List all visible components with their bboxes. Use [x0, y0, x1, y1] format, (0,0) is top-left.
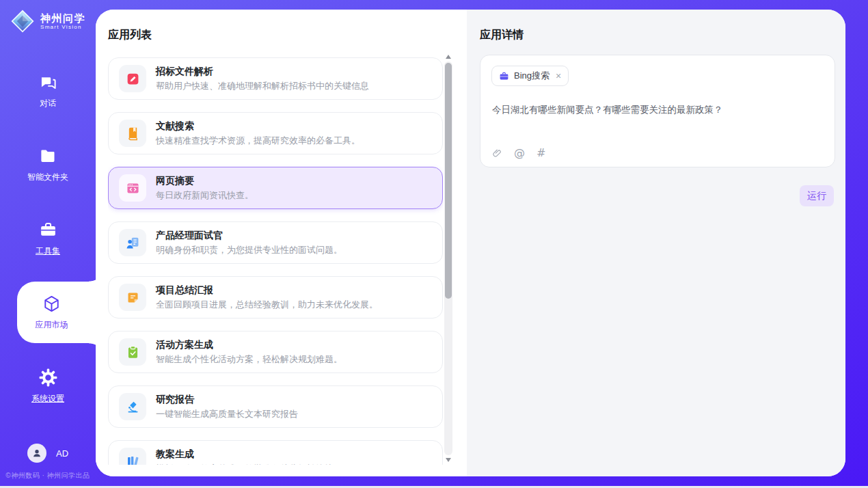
app-card-pm-interviewer[interactable]: 产品经理面试官 明确身份和职责，为您提供专业性的面试问题。 — [108, 221, 443, 264]
app-card-lesson-plan[interactable]: 教案生成 模板驱动，教案秒成，教学准备从此轻松快捷 — [108, 440, 443, 465]
card-description: 快速精准查找学术资源，提高研究效率的必备工具。 — [156, 134, 360, 147]
app-card-bid-analysis[interactable]: 招标文件解析 帮助用户快速、准确地理解和解析招标书中的关键信息 — [108, 57, 443, 100]
sidebar-item-label: 工具集 — [36, 245, 60, 257]
app-card-event-plan[interactable]: 活动方案生成 智能生成个性化活动方案，轻松解决规划难题。 — [108, 331, 443, 373]
list-scrollbar[interactable] — [444, 55, 452, 462]
card-title: 文献搜索 — [156, 120, 360, 133]
brand-logo: 神州问学 Smart Vision — [10, 9, 85, 33]
paperclip-icon[interactable] — [492, 148, 502, 159]
card-description: 每日政府新闻资讯快查。 — [156, 189, 254, 202]
sidebar-item-label: 智能文件夹 — [27, 172, 68, 183]
cube-icon — [42, 295, 61, 313]
card-title: 研究报告 — [156, 393, 298, 406]
attachment-toolbar: @ # — [492, 148, 545, 159]
app-list-title: 应用列表 — [108, 28, 152, 42]
note-icon — [119, 284, 146, 311]
run-button[interactable]: 运行 — [800, 185, 834, 206]
card-description: 模板驱动，教案秒成，教学准备从此轻松快捷 — [156, 462, 334, 465]
user-account[interactable]: AD — [0, 444, 96, 463]
app-list-pane: 应用列表 招标文件解析 帮助用户快速、准确地理解和解析招标书中的关键信息 — [96, 10, 467, 476]
app-card-research-report[interactable]: 研究报告 一键智能生成高质量长文本研究报告 — [108, 385, 443, 428]
research-icon — [119, 393, 146, 420]
toolbox-icon — [39, 221, 57, 239]
app-detail-pane: 应用详情 Bing搜索 × 今日湖北有哪些新闻要点？有哪些需要关注的最新政策？ … — [467, 10, 845, 476]
diamond-logo-icon — [10, 9, 35, 33]
app-card-list: 招标文件解析 帮助用户快速、准确地理解和解析招标书中的关键信息 文献搜索 快速精… — [108, 57, 443, 465]
sidebar-item-app-market[interactable]: 应用市场 — [17, 282, 96, 343]
webpage-icon — [119, 174, 146, 202]
edit-doc-icon — [119, 65, 146, 92]
copyright-footer: ©神州数码 · 神州问学出品 — [0, 471, 96, 480]
sidebar-nav: 对话 智能文件夹 工具集 应用市场 — [0, 60, 96, 429]
sidebar: 神州问学 Smart Vision 对话 智能文件夹 工具集 — [0, 0, 96, 486]
avatar — [27, 444, 46, 463]
card-description: 帮助用户快速、准确地理解和解析招标书中的关键信息 — [156, 79, 369, 92]
books-icon — [119, 448, 146, 465]
sidebar-item-chat[interactable]: 对话 — [0, 60, 96, 122]
sidebar-item-smart-folder[interactable]: 智能文件夹 — [0, 134, 96, 195]
scroll-down-arrow-icon[interactable] — [446, 458, 451, 462]
prompt-editor-card: Bing搜索 × 今日湖北有哪些新闻要点？有哪些需要关注的最新政策？ @ # — [480, 55, 835, 167]
close-icon[interactable]: × — [556, 71, 561, 81]
card-title: 项目总结汇报 — [156, 284, 378, 297]
person-icon — [31, 448, 42, 459]
chat-icon — [39, 73, 57, 92]
gear-icon — [39, 368, 57, 387]
user-name: AD — [56, 448, 68, 459]
app-card-project-summary[interactable]: 项目总结汇报 全面回顾项目进展，总结经验教训，助力未来优化发展。 — [108, 276, 443, 318]
folder-icon — [39, 147, 57, 165]
app-card-web-summary[interactable]: 网页摘要 每日政府新闻资讯快查。 — [108, 167, 443, 209]
brand-subtitle: Smart Vision — [40, 24, 85, 30]
card-title: 教案生成 — [156, 448, 334, 461]
card-description: 全面回顾项目进展，总结经验教训，助力未来优化发展。 — [156, 298, 378, 311]
card-description: 一键智能生成高质量长文本研究报告 — [156, 407, 298, 420]
app-detail-title: 应用详情 — [480, 28, 524, 42]
card-title: 产品经理面试官 — [156, 229, 342, 242]
scroll-up-arrow-icon[interactable] — [446, 55, 451, 59]
sidebar-item-label: 应用市场 — [36, 319, 68, 331]
app-card-literature-search[interactable]: 文献搜索 快速精准查找学术资源，提高研究效率的必备工具。 — [108, 112, 443, 154]
sidebar-item-settings[interactable]: 系统设置 — [0, 355, 96, 417]
prompt-input[interactable]: 今日湖北有哪些新闻要点？有哪些需要关注的最新政策？ — [492, 103, 821, 116]
brand-name: 神州问学 — [40, 12, 85, 24]
mention-icon[interactable]: @ — [514, 148, 525, 159]
sidebar-item-label: 对话 — [40, 98, 56, 109]
card-title: 活动方案生成 — [156, 338, 342, 351]
main-panel: 应用列表 招标文件解析 帮助用户快速、准确地理解和解析招标书中的关键信息 — [96, 10, 845, 476]
clipboard-check-icon — [119, 338, 146, 366]
sidebar-item-toolset[interactable]: 工具集 — [0, 208, 96, 269]
tag-label: Bing搜索 — [514, 70, 550, 82]
tool-tag-bing-search[interactable]: Bing搜索 × — [491, 66, 569, 86]
book-icon — [119, 120, 146, 147]
card-title: 招标文件解析 — [156, 65, 369, 78]
interviewer-icon — [119, 229, 146, 256]
scrollbar-thumb[interactable] — [445, 63, 452, 299]
hash-icon[interactable]: # — [537, 148, 545, 159]
card-description: 智能生成个性化活动方案，轻松解决规划难题。 — [156, 353, 342, 366]
card-title: 网页摘要 — [156, 174, 254, 187]
briefcase-icon — [499, 71, 509, 81]
card-description: 明确身份和职责，为您提供专业性的面试问题。 — [156, 243, 342, 256]
sidebar-item-label: 系统设置 — [31, 393, 64, 405]
